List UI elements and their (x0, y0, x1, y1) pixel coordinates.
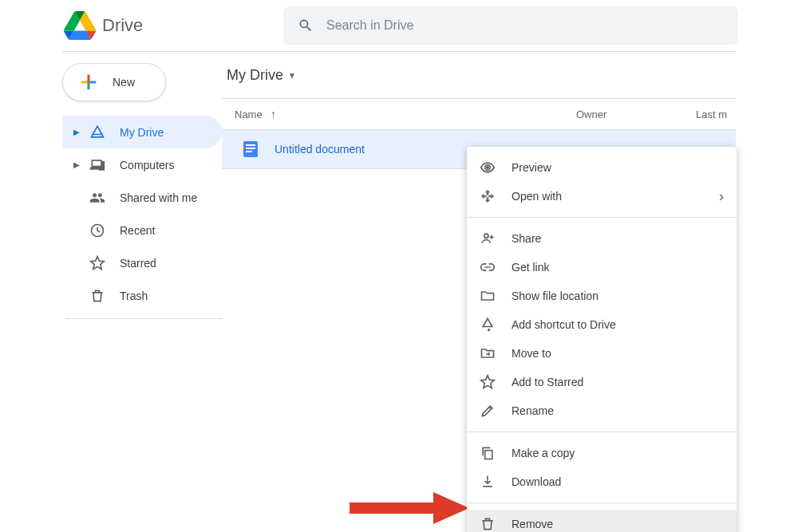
sidebar-separator (65, 318, 222, 319)
recent-icon (89, 223, 105, 238)
ctx-preview[interactable]: Preview (467, 153, 737, 182)
download-icon (480, 474, 496, 490)
ctx-add-shortcut[interactable]: Add shortcut to Drive (467, 310, 737, 339)
svg-point-5 (486, 166, 488, 168)
header: Drive (0, 0, 798, 51)
sidebar-item-computers[interactable]: ▶ Computers (62, 148, 222, 181)
ctx-divider (467, 217, 737, 218)
ctx-show-location[interactable]: Show file location (467, 282, 737, 310)
svg-rect-2 (246, 144, 255, 146)
sidebar-item-label: Trash (120, 290, 148, 302)
search-icon (298, 18, 314, 33)
ctx-label: Move to (512, 347, 551, 360)
ctx-divider (467, 502, 737, 503)
sidebar-nav: ▶ My Drive ▶ Computers Shared with me Re… (62, 116, 222, 319)
ctx-get-link[interactable]: Get link (467, 253, 737, 282)
ctx-open-with[interactable]: Open with › (467, 182, 737, 211)
svg-marker-9 (433, 492, 469, 524)
svg-rect-3 (246, 148, 255, 149)
sidebar-item-label: My Drive (120, 126, 164, 139)
column-name[interactable]: Name ↑ (222, 108, 576, 120)
svg-rect-4 (246, 151, 252, 152)
drive-logo-icon (64, 10, 96, 41)
breadcrumb-label: My Drive (227, 67, 283, 84)
sidebar-item-recent[interactable]: Recent (62, 214, 222, 246)
breadcrumb[interactable]: My Drive ▼ (222, 52, 736, 98)
ctx-label: Get link (512, 261, 549, 274)
sidebar-item-my-drive[interactable]: ▶ My Drive (62, 116, 222, 148)
drive-icon (89, 124, 105, 140)
ctx-label: Share (512, 232, 541, 245)
ctx-remove[interactable]: Remove (467, 510, 737, 532)
trash-icon (480, 516, 496, 532)
ctx-label: Download (512, 475, 561, 488)
context-menu: Preview Open with › Share Get link Show … (467, 147, 737, 532)
computers-icon (89, 157, 105, 173)
sidebar-item-starred[interactable]: Starred (62, 246, 222, 279)
ctx-divider (467, 432, 737, 432)
sidebar-item-label: Shared with me (120, 191, 197, 204)
ctx-label: Add to Starred (512, 376, 583, 388)
chevron-down-icon: ▼ (288, 71, 296, 80)
expand-icon[interactable]: ▶ (72, 160, 81, 169)
column-owner[interactable]: Owner (576, 108, 696, 120)
sidebar: New ▶ My Drive ▶ Computers Shared with m… (0, 52, 222, 319)
starred-icon (89, 255, 105, 271)
ctx-label: Open with (512, 190, 562, 203)
rename-icon (480, 403, 496, 419)
trash-icon (89, 288, 105, 304)
column-modified[interactable]: Last m (696, 108, 736, 120)
product-name: Drive (102, 15, 143, 36)
search-bar[interactable] (283, 6, 738, 45)
link-icon (480, 259, 496, 275)
annotation-arrow-icon (350, 488, 469, 528)
ctx-label: Remove (512, 518, 553, 530)
ctx-add-starred[interactable]: Add to Starred (467, 368, 737, 396)
move-to-icon (480, 345, 496, 361)
new-button[interactable]: New (62, 63, 166, 101)
search-input[interactable] (326, 18, 724, 33)
sidebar-item-label: Recent (120, 224, 155, 237)
shortcut-icon (480, 317, 496, 333)
chevron-right-icon: › (719, 188, 724, 205)
ctx-share[interactable]: Share (467, 224, 737, 253)
ctx-download[interactable]: Download (467, 467, 737, 496)
eye-icon (480, 160, 496, 175)
ctx-label: Add shortcut to Drive (512, 318, 616, 331)
ctx-make-copy[interactable]: Make a copy (467, 439, 737, 467)
open-with-icon (480, 188, 496, 204)
table-header: Name ↑ Owner Last m (222, 98, 736, 130)
svg-rect-7 (485, 451, 492, 459)
plus-icon (77, 71, 100, 93)
ctx-label: Make a copy (512, 447, 575, 459)
ctx-label: Preview (512, 161, 551, 174)
sort-arrow-up-icon: ↑ (271, 108, 276, 120)
ctx-move-to[interactable]: Move to (467, 339, 737, 368)
expand-icon[interactable]: ▶ (72, 128, 81, 136)
folder-icon (480, 288, 496, 304)
ctx-label: Show file location (512, 290, 598, 302)
ctx-rename[interactable]: Rename (467, 396, 737, 425)
sidebar-item-shared[interactable]: Shared with me (62, 181, 222, 214)
logo-area[interactable]: Drive (64, 10, 283, 41)
svg-point-6 (484, 234, 488, 238)
sidebar-item-trash[interactable]: Trash (62, 279, 222, 312)
sidebar-item-label: Starred (120, 257, 156, 270)
file-name: Untitled document (275, 143, 365, 156)
sidebar-item-label: Computers (120, 159, 174, 171)
star-icon (480, 374, 496, 390)
shared-icon (89, 190, 105, 206)
docs-file-icon (241, 140, 260, 159)
copy-icon (480, 445, 496, 461)
ctx-label: Rename (512, 404, 554, 417)
new-button-label: New (113, 76, 135, 89)
person-add-icon (480, 231, 496, 246)
